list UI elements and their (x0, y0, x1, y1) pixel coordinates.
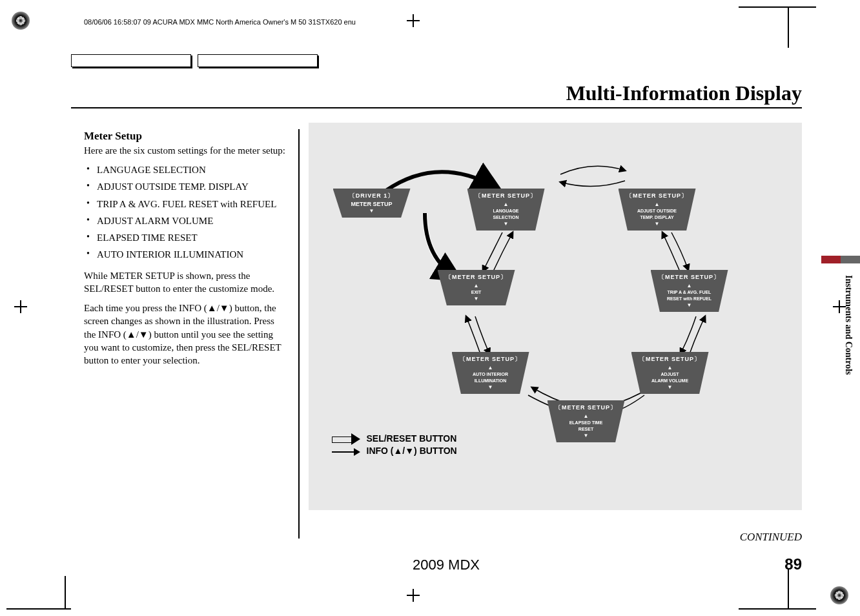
trim-mark (739, 608, 816, 610)
list-item: ADJUST ALARM VOLUME (87, 214, 287, 227)
subheading: Meter Setup (84, 129, 287, 144)
registration-mark-tl (12, 12, 30, 30)
legend-info-label: INFO (▲/▼) BUTTON (367, 446, 457, 456)
trim-mark (788, 8, 789, 48)
diagram-node-auto-illum: 〔METER SETUP〕 ▲ AUTO INTERIORILLUMINATIO… (452, 352, 529, 394)
list-item: TRIP A & AVG. FUEL RESET with REFUEL (87, 198, 287, 210)
intro-paragraph: Here are the six custom settings for the… (84, 144, 287, 157)
continued-label: CONTINUED (740, 531, 802, 544)
trim-mark (65, 576, 66, 608)
column-divider (298, 129, 300, 539)
diagram-node-language: 〔METER SETUP〕 ▲ LANGUAGESELECTION ▼ (467, 189, 545, 231)
paragraph: Each time you press the INFO (▲/▼) butto… (84, 302, 287, 367)
diagram-legend: SEL/RESET BUTTON INFO (▲/▼) BUTTON (332, 433, 457, 457)
registration-cross-top (407, 14, 420, 27)
page-number: 89 (784, 555, 802, 573)
section-thumb-tab: Instruments and Controls (843, 275, 854, 375)
thin-arrow-icon (332, 447, 362, 456)
registration-mark-br (830, 586, 848, 604)
list-item: AUTO INTERIOR ILLUMINATION (87, 248, 287, 261)
diagram-node-elapsed-time: 〔METER SETUP〕 ▲ ELAPSED TIMERESET ▼ (548, 400, 625, 442)
diagram-node-driver: 〔DRIVER 1〕 METER SETUP ▼ (333, 189, 411, 218)
paragraph: While METER SETUP is shown, press the SE… (84, 269, 287, 296)
tab-link-box[interactable] (71, 54, 191, 67)
horizontal-rule (71, 107, 802, 108)
hollow-arrow-icon (332, 435, 362, 444)
page-title: Multi-Information Display (566, 81, 802, 105)
registration-cross-left (14, 300, 27, 313)
legend-sel-label: SEL/RESET BUTTON (367, 433, 457, 444)
diagram-node-temp: 〔METER SETUP〕 ▲ ADJUST OUTSIDETEMP. DISP… (619, 189, 696, 231)
footer-model-year: 2009 MDX (413, 557, 480, 573)
settings-list: LANGUAGE SELECTION ADJUST OUTSIDE TEMP. … (84, 163, 287, 262)
diagram-node-alarm-vol: 〔METER SETUP〕 ▲ ADJUSTALARM VOLUME ▼ (631, 352, 709, 394)
print-header-meta: 08/06/06 16:58:07 09 ACURA MDX MMC North… (84, 18, 356, 26)
list-item: ADJUST OUTSIDE TEMP. DISPLAY (87, 180, 287, 193)
trim-mark (739, 6, 816, 8)
trim-mark (6, 608, 71, 610)
diagram-node-fuel: 〔METER SETUP〕 ▲ TRIP A & AVG. FUELRESET … (651, 270, 728, 312)
trim-mark (788, 568, 789, 608)
list-item: ELAPSED TIME RESET (87, 231, 287, 244)
registration-cross-bottom (407, 589, 420, 602)
tab-link-box[interactable] (198, 54, 318, 67)
diagram-node-exit: 〔METER SETUP〕 ▲ EXIT ▼ (438, 270, 515, 305)
list-item: LANGUAGE SELECTION (87, 163, 287, 176)
flow-diagram: 〔DRIVER 1〕 METER SETUP ▼ 〔METER SETUP〕 ▲… (309, 129, 803, 539)
thumb-tab-color (821, 256, 860, 263)
